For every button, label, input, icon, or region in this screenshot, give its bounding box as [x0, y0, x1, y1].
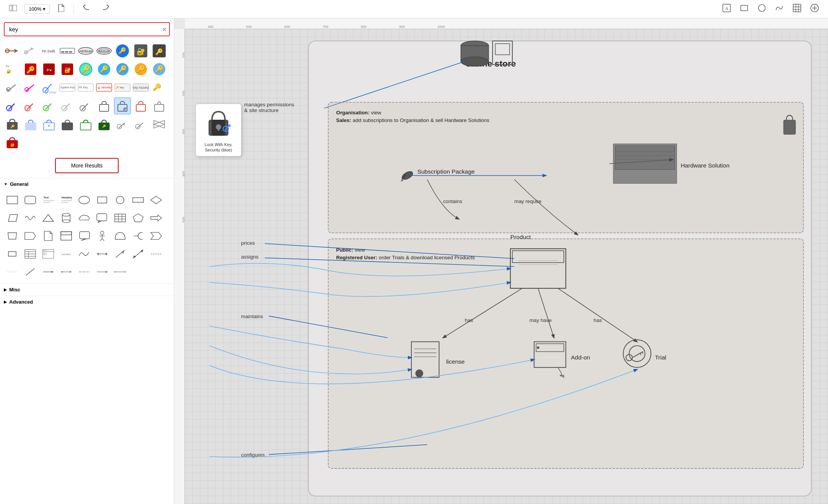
gen-shape-diagonal-arrow[interactable] [112, 245, 129, 262]
misc-section-header[interactable]: ▶ Misc [0, 283, 174, 296]
more-results-button[interactable]: More Results [55, 158, 119, 173]
gen-shape-chevron[interactable] [148, 228, 165, 244]
gen-shape-dashed[interactable] [148, 245, 165, 262]
shape-item[interactable] [77, 98, 94, 114]
gen-shape-split-rect[interactable] [58, 228, 75, 244]
shape-item[interactable]: 🔑 [96, 116, 112, 133]
ellipse-tool-button[interactable] [755, 2, 769, 16]
gen-shape-cloud[interactable] [76, 210, 93, 226]
gen-shape-dotted[interactable] [4, 263, 21, 280]
shape-item[interactable]: 🔐 [59, 61, 76, 78]
shape-item[interactable] [4, 79, 21, 96]
shape-item[interactable] [59, 98, 76, 114]
shape-item[interactable] [151, 116, 168, 133]
search-input[interactable] [4, 22, 170, 36]
gen-shape-speech-left[interactable] [76, 228, 93, 244]
gen-shape-list-item[interactable]: Item 1Item 2Item 3 [40, 245, 57, 262]
shape-item[interactable] [96, 98, 112, 114]
table-tool-button[interactable] [790, 2, 804, 16]
shape-item[interactable]: FK Key [77, 79, 94, 96]
main-canvas[interactable]: 400 500 600 700 800 900 1000 100 200 300… [174, 18, 828, 504]
advanced-section-header[interactable]: ▶ Advanced [0, 296, 174, 308]
gen-shape-page[interactable] [40, 228, 57, 244]
shape-item[interactable]: 🔑 [151, 79, 168, 96]
gen-shape-circle[interactable] [112, 192, 129, 208]
gen-shape-h-arrow[interactable] [40, 263, 57, 280]
shape-item[interactable]: 🔑 [132, 61, 149, 78]
gen-shape-parallelogram[interactable] [4, 210, 21, 226]
gen-shape-triangle[interactable] [40, 210, 57, 226]
gen-shape-arrow-r2[interactable] [94, 263, 111, 280]
text-tool-button[interactable]: A [719, 2, 734, 16]
shape-item[interactable] [22, 98, 39, 114]
gen-shape-slash[interactable] [22, 263, 39, 280]
gen-shape-double-arrow[interactable] [94, 245, 111, 262]
gen-shape-trapezoid[interactable] [4, 228, 21, 244]
shape-item[interactable] [59, 116, 76, 133]
shape-item[interactable]: 🔑 key [114, 79, 131, 96]
shape-item[interactable]: FK (null) [41, 42, 57, 59]
gen-shape-heading[interactable]: HeadingLorem ipsum dolorsit amet... [58, 192, 75, 208]
shape-item[interactable]: 🔑 [96, 61, 112, 78]
shape-item[interactable]: Attribute [96, 42, 112, 59]
panel-toggle-button[interactable] [6, 3, 20, 15]
shape-item[interactable] [41, 116, 57, 133]
zoom-button[interactable]: 100% ▾ [24, 4, 50, 14]
shape-item[interactable] [22, 116, 39, 133]
shape-item[interactable]: 🔐 [4, 134, 21, 151]
gen-shape-dbl-h-arrow[interactable] [58, 263, 75, 280]
shape-item[interactable] [77, 116, 94, 133]
gen-shape-text[interactable]: TextLorem ipsum dolorsit amet... [40, 192, 57, 208]
shape-item[interactable]: 🔐 [132, 42, 149, 59]
shape-item[interactable]: 🔒 Security [96, 79, 112, 96]
general-section-header[interactable]: ▼ General [0, 178, 174, 190]
gen-shape-rect2[interactable] [94, 192, 111, 208]
shape-item[interactable] [114, 116, 131, 133]
gen-shape-wide-rect[interactable] [130, 192, 147, 208]
gen-shape-complex-table[interactable] [22, 245, 39, 262]
shape-item[interactable] [41, 98, 57, 114]
shape-item[interactable] [22, 42, 39, 59]
gen-shape-person[interactable] [94, 228, 111, 244]
gen-shape-bracket[interactable] [130, 228, 147, 244]
new-file-button[interactable] [54, 3, 67, 15]
gen-shape-cylinder[interactable] [58, 210, 75, 226]
gen-shape-rect[interactable] [4, 192, 21, 208]
shape-item[interactable] [151, 98, 168, 114]
gen-shape-ellipse[interactable] [76, 192, 93, 208]
redo-button[interactable] [98, 3, 112, 15]
shape-item[interactable]: 🔑 [151, 42, 168, 59]
shape-item[interactable] [22, 79, 39, 96]
shape-item[interactable]: 🔐🗝 [4, 61, 21, 78]
gen-shape-rounded-rect[interactable] [22, 192, 39, 208]
gen-shape-speech[interactable] [94, 210, 111, 226]
shape-item[interactable]: Cloud [41, 79, 57, 96]
gen-shape-connector[interactable] [112, 263, 129, 280]
curve-tool-button[interactable] [772, 2, 787, 16]
gen-shape-small-rect[interactable] [4, 245, 21, 262]
gen-shape-squiggle[interactable] [76, 245, 93, 262]
undo-button[interactable] [80, 3, 94, 15]
shape-item[interactable]: 🔑 [77, 61, 94, 78]
shape-item[interactable]: ▬ ▬ ▬ [59, 42, 76, 59]
shape-item[interactable]: 🔑 [151, 61, 168, 78]
gen-shape-arrow[interactable] [148, 210, 165, 226]
shape-item[interactable]: System Key [59, 79, 76, 96]
shape-item-active[interactable]: 🔑 [114, 98, 131, 114]
shape-item[interactable] [132, 116, 149, 133]
gen-shape-diamond[interactable] [148, 192, 165, 208]
gen-shape-table[interactable] [112, 210, 129, 226]
shape-item[interactable] [4, 42, 21, 59]
rect-tool-button[interactable] [737, 2, 751, 16]
shape-item[interactable] [4, 98, 21, 114]
search-clear-button[interactable]: ✕ [162, 26, 167, 33]
gen-shape-diagonal-arrow2[interactable] [130, 245, 147, 262]
shape-item[interactable]: Key Access [132, 79, 149, 96]
gen-shape-half-circle[interactable] [112, 228, 129, 244]
insert-tool-button[interactable] [807, 2, 822, 16]
gen-shape-complex-dash[interactable] [76, 263, 93, 280]
gen-shape-pentagon[interactable] [130, 210, 147, 226]
shape-item[interactable]: 🗝 [41, 61, 57, 78]
gen-shape-list-label[interactable]: List Item [58, 245, 75, 262]
shape-item[interactable]: 🔑 [114, 42, 131, 59]
